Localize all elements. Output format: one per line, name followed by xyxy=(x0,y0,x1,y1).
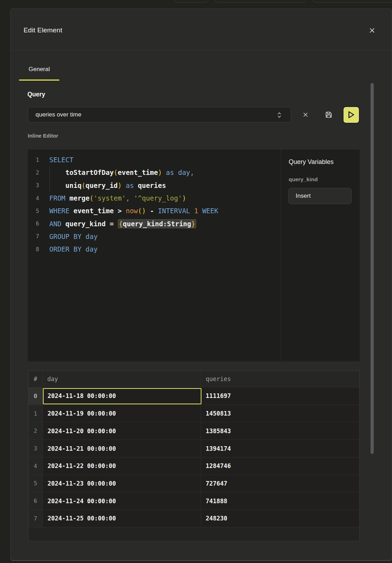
x-icon xyxy=(303,113,308,117)
indent-guide xyxy=(50,166,50,192)
modal-scrollbar-thumb[interactable] xyxy=(371,83,374,454)
code-text: toStartOfDay(event_time) as day, xyxy=(49,169,194,176)
row-index-cell[interactable]: 3 xyxy=(28,440,43,457)
insert-variable-label: Insert xyxy=(296,192,311,200)
column-header-day[interactable]: day xyxy=(43,371,201,387)
background-toolbar-button[interactable] xyxy=(215,0,306,2)
code-text: AND query_kind = {query_kind:String} xyxy=(49,220,196,228)
line-number: 2 xyxy=(28,166,39,179)
code-area: 1SELECT2 toStartOfDay(event_time) as day… xyxy=(28,153,280,255)
column-header-queries[interactable]: queries xyxy=(201,371,359,387)
x-icon xyxy=(370,28,374,33)
table-row: 02024-11-18 00:00:001111697 xyxy=(28,387,359,405)
queries-cell[interactable]: 1111697 xyxy=(201,387,359,405)
code-line: 7GROUP BY day xyxy=(28,230,280,243)
queries-cell[interactable]: 248230 xyxy=(201,510,359,527)
modal-header: Edit Element xyxy=(11,9,392,51)
column-header-index[interactable]: # xyxy=(28,371,43,387)
day-cell[interactable]: 2024-11-22 00:00:00 xyxy=(43,457,201,475)
close-button[interactable] xyxy=(367,25,377,35)
code-text: FROM merge('system', '^query_log') xyxy=(49,194,186,202)
query-variables-title: Query Variables xyxy=(289,158,334,166)
code-line: 4FROM merge('system', '^query_log') xyxy=(28,192,280,204)
day-cell[interactable]: 2024-11-25 00:00:00 xyxy=(43,510,201,527)
save-query-button[interactable] xyxy=(323,109,334,120)
table-row: 62024-11-24 00:00:00741888 xyxy=(28,492,359,510)
sql-editor[interactable]: 1SELECT2 toStartOfDay(event_time) as day… xyxy=(28,150,360,361)
code-line: 1SELECT xyxy=(28,153,280,166)
background-toolbar-button[interactable] xyxy=(313,0,392,2)
code-line: 6AND query_kind = {query_kind:String} xyxy=(28,217,280,230)
code-text: ORDER BY day xyxy=(49,245,97,253)
day-cell[interactable]: 2024-11-20 00:00:00 xyxy=(43,422,201,439)
line-number: 5 xyxy=(28,204,39,217)
results-table-header: # day queries xyxy=(28,371,359,388)
row-index-cell[interactable]: 4 xyxy=(28,457,43,475)
results-table-body: 02024-11-18 00:00:00111169712024-11-19 0… xyxy=(28,387,359,527)
code-line: 5WHERE event_time > now() - INTERVAL 1 W… xyxy=(28,204,280,217)
day-cell[interactable]: 2024-11-24 00:00:00 xyxy=(43,492,201,510)
query-select-value: queries over time xyxy=(36,111,81,118)
code-text: SELECT xyxy=(49,156,73,164)
line-number: 8 xyxy=(28,243,39,255)
queries-cell[interactable]: 741888 xyxy=(201,492,359,510)
queries-cell[interactable]: 1284746 xyxy=(201,457,359,475)
table-row: 52024-11-23 00:00:00727647 xyxy=(28,475,359,493)
code-line: 2 toStartOfDay(event_time) as day, xyxy=(28,166,280,179)
code-line: 3 uniq(query_id) as queries xyxy=(28,179,280,192)
queries-cell[interactable]: 1394174 xyxy=(201,440,359,457)
play-icon xyxy=(347,110,355,119)
query-variable-chip[interactable]: {query_kind:String} xyxy=(118,219,196,228)
floppy-disk-icon xyxy=(325,111,333,119)
row-index-cell[interactable]: 6 xyxy=(28,492,43,510)
queries-cell[interactable]: 1450813 xyxy=(201,405,359,422)
modal-title: Edit Element xyxy=(24,26,62,34)
tab-general-label: General xyxy=(19,66,59,73)
results-table: # day queries 02024-11-18 00:00:00111169… xyxy=(28,371,360,541)
line-number: 1 xyxy=(28,153,39,166)
table-row: 32024-11-21 00:00:001394174 xyxy=(28,440,359,457)
query-section-label: Query xyxy=(27,91,45,98)
table-row: 72024-11-25 00:00:00248230 xyxy=(28,510,359,527)
day-cell[interactable]: 2024-11-18 00:00:00 xyxy=(43,387,201,405)
insert-variable-button[interactable]: Insert xyxy=(288,188,352,204)
row-index-cell[interactable]: 0 xyxy=(28,387,43,405)
table-row: 42024-11-22 00:00:001284746 xyxy=(28,457,359,475)
queries-cell[interactable]: 1385843 xyxy=(201,422,359,439)
tab-general[interactable]: General xyxy=(19,51,59,81)
unfold-chevrons-icon xyxy=(277,112,281,120)
line-number: 6 xyxy=(28,217,39,230)
line-number: 4 xyxy=(28,192,39,204)
day-cell[interactable]: 2024-11-23 00:00:00 xyxy=(43,475,201,492)
code-text: WHERE event_time > now() - INTERVAL 1 WE… xyxy=(49,207,218,215)
day-cell[interactable]: 2024-11-21 00:00:00 xyxy=(43,440,201,457)
code-text: GROUP BY day xyxy=(49,233,97,240)
editor-panel-divider xyxy=(281,150,281,361)
day-cell[interactable]: 2024-11-19 00:00:00 xyxy=(43,405,201,422)
query-select[interactable]: queries over time xyxy=(28,107,291,122)
clear-query-button[interactable] xyxy=(301,110,310,120)
row-index-cell[interactable]: 1 xyxy=(28,405,43,422)
table-row: 12024-11-19 00:00:001450813 xyxy=(28,405,359,423)
line-number: 3 xyxy=(28,179,39,192)
row-index-cell[interactable]: 7 xyxy=(28,510,43,527)
queries-cell[interactable]: 727647 xyxy=(201,475,359,492)
table-row: 22024-11-20 00:00:001385843 xyxy=(28,422,359,440)
background-toolbar-button[interactable] xyxy=(174,0,208,2)
variable-name-label: query_kind xyxy=(289,176,318,183)
code-line: 8ORDER BY day xyxy=(28,243,280,255)
tab-active-underline xyxy=(19,80,59,81)
line-number: 7 xyxy=(28,230,39,243)
run-query-button[interactable] xyxy=(343,106,360,124)
code-text: uniq(query_id) as queries xyxy=(49,182,166,189)
row-index-cell[interactable]: 5 xyxy=(28,475,43,492)
results-table-footer xyxy=(28,527,359,540)
row-index-cell[interactable]: 2 xyxy=(28,422,43,439)
inline-editor-label: Inline Editor xyxy=(28,133,58,139)
edit-element-modal: Edit Element General Query queries over … xyxy=(10,8,392,561)
